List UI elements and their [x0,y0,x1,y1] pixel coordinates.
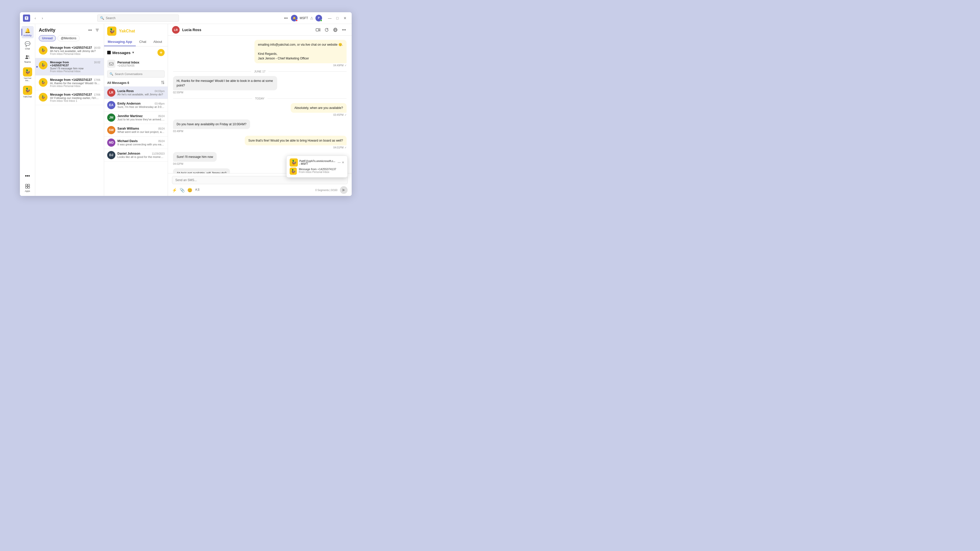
tab-messaging-app[interactable]: Messaging App [104,38,136,46]
conv-avatar: JM [107,114,115,122]
notification-avatar[interactable]: 🔔 [291,15,298,21]
teams-icon [24,54,30,60]
activity-item[interactable]: 🦆 Message from +14255374137 16:03 Ah he'… [35,43,104,58]
more-icon: ••• [24,173,30,179]
svg-point-12 [162,81,162,82]
inbox-info: Personal Inbox +14253750435 [118,61,165,67]
notification-close[interactable]: ✕ [342,161,344,164]
filter-tabs: Unread @Mentions [35,35,104,43]
activity-sender: Message from +14255374137 [50,78,92,82]
add-conversation-button[interactable]: + [158,49,165,56]
close-button[interactable]: ✕ [342,14,348,22]
message-item: emailing info@yakchat.com, or via live c… [255,40,347,67]
teams-logo: T [23,14,30,22]
activity-item[interactable]: 🦆 Message from +14255374137 17/06 Hi! Fo… [35,90,104,105]
sidebar-label-activity: Activity [23,34,32,37]
conversation-item[interactable]: DJ Daniel Johnson 11/29/2023 Looks like … [104,149,168,162]
tab-about[interactable]: About [150,38,165,46]
conv-content: Emily Anderson 03:48pm Sure, I'm free on… [118,102,165,108]
sidebar-label-apps: Apps [25,190,30,192]
filter-tab-mentions[interactable]: @Mentions [57,35,80,41]
messages-title: Messages ▼ [112,51,135,55]
svg-rect-7 [28,186,30,188]
emoji-icon[interactable]: 😊 [187,188,192,192]
send-button[interactable] [340,186,348,194]
filter-tab-unread[interactable]: Unread [39,35,56,41]
back-arrow[interactable]: ‹ [32,15,38,21]
svg-rect-11 [109,62,113,65]
more-options-chat-icon[interactable]: ••• [340,26,348,33]
tab-chat[interactable]: Chat [136,38,150,46]
conversation-item[interactable]: JM Jennifer Martinez 05/24 Just to let y… [104,111,168,124]
attach-icon[interactable]: 📎 [180,188,185,192]
notification-content: 🦆 PattF@yph7x.onmicrosoft.c... - MSFT — … [290,159,344,175]
search-conversations[interactable]: 🔍 [107,70,165,78]
conv-avatar: LR [107,89,115,97]
more-options-icon[interactable]: ••• [283,15,289,21]
conversation-item[interactable]: LR Lucia Ross 04:03pm Ah he's not availa… [104,86,168,99]
video-icon[interactable] [314,26,321,33]
sidebar-item-chat[interactable]: 💬 Chat [21,39,34,52]
maximize-button[interactable]: □ [334,14,341,22]
read-checkmark: ✓ [345,146,347,149]
search-input[interactable] [106,16,176,20]
filter-icon[interactable] [94,27,100,33]
activity-item[interactable]: 🦆 Message from+14255374137 16:02 Sure! I… [35,58,104,76]
conv-name: Sarah Williams [118,127,139,130]
activity-icon: 🔔 [24,27,30,34]
conversation-item[interactable]: SW Sarah Williams 05/24 What went well i… [104,124,168,137]
sidebar-item-activity[interactable]: 🔔 Activity [21,26,34,38]
message-time: 04:01PM ✓ [333,146,347,149]
messages-area: emailing info@yakchat.com, or via live c… [168,36,352,173]
forward-arrow[interactable]: › [39,15,45,21]
sidebar-item-yakchat-sta[interactable]: 🦆 YakChat Sta... [21,66,34,83]
nav-arrows[interactable]: ‹ › [32,15,45,21]
conversation-item[interactable]: MD Michael Davis 05/24 It was great conn… [104,137,168,149]
middle-header: 🦆 YakChat [104,24,168,38]
input-toolbar: ⚡ 📎 😊 A 文 0 Segments | 0/160 [172,186,348,194]
conv-content: Sarah Williams 05/24 What went well in o… [118,127,165,133]
activity-title: Activity [39,27,56,33]
conv-content: Jennifer Martinez 05/24 Just to let you … [118,114,165,121]
activity-from: From inbox Personal Inbox [50,85,100,87]
svg-rect-4 [25,184,27,186]
user-avatar[interactable]: P [315,15,322,21]
conv-name: Emily Anderson [118,102,141,105]
global-search[interactable]: 🔍 [97,14,179,22]
conv-preview: What went well in our last project, an..… [118,130,165,133]
activity-header: Activity ••• [35,24,104,35]
sidebar-item-apps[interactable]: Apps [21,182,34,194]
account-label[interactable]: MSFT [300,16,308,20]
notification-minimize[interactable]: — [338,161,341,164]
search-conversations-input[interactable] [115,73,162,76]
activity-sender: Message from+14255374137 [50,61,69,67]
activity-message: Sure! I'll message him now [50,67,100,70]
chat-header: LR Lucia Ross [168,24,352,36]
sidebar-item-more[interactable]: ••• [21,171,34,181]
conv-filter-icon[interactable] [161,81,165,85]
conv-content: Lucia Ross 04:03pm Ah he's not available… [118,89,165,96]
conv-name: Daniel Johnson [118,152,140,156]
refresh-icon[interactable] [323,26,330,33]
sidebar-item-teams[interactable]: Teams [21,52,34,65]
conversation-item[interactable]: EA Emily Anderson 03:48pm Sure, I'm free… [104,99,168,111]
conv-time: 03:48pm [155,102,165,105]
inbox-phone: +14253750435 [118,64,165,67]
message-bubble: Do you have any availability on Friday a… [173,119,250,129]
minimize-button[interactable]: — [326,14,333,22]
activity-content: Message from +14255374137 16:03 Ah he's … [50,46,100,56]
conv-preview: Just to let you know they've arrived. ..… [118,118,165,121]
globe-icon[interactable] [332,26,339,33]
sidebar-item-yakchat[interactable]: 🦆 YakChat [21,84,34,100]
more-dots-icon[interactable]: ••• [87,27,93,33]
activity-item[interactable]: 🦆 Message from +14255374137 17/06 Hi, th… [35,76,104,90]
conv-avatar: SW [107,126,115,134]
conv-avatar: MD [107,138,115,147]
lightning-icon[interactable]: ⚡ [172,188,177,192]
apps-icon [24,183,30,189]
svg-rect-18 [316,29,319,31]
all-messages-label: All Messages 6 [107,81,129,85]
search-icon: 🔍 [100,16,104,20]
translate-icon[interactable]: A 文 [195,187,200,193]
app-title: YakChat [119,29,135,33]
